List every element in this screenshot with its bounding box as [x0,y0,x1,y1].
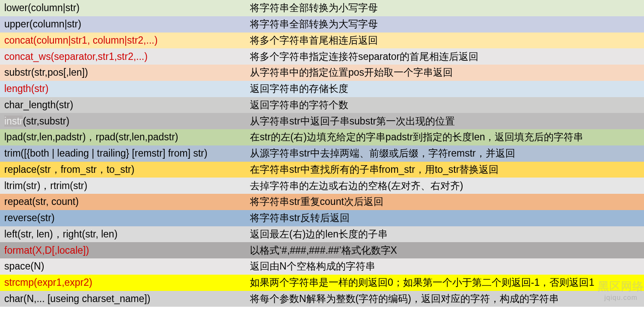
function-description: 如果两个字符串是一样的则返回0；如果第一个小于第二个则返回-1，否则返回1 [248,276,644,289]
function-description: 将多个字符串首尾相连后返回 [248,34,644,47]
function-signature: trim([{both | leading | trailing} [remst… [0,148,248,159]
function-signature: strcmp(expr1,expr2) [0,277,248,288]
function-description: 返回字符串的存储长度 [248,82,644,95]
function-signature: repeat(str, count) [0,196,248,207]
table-row: length(str)返回字符串的存储长度 [0,81,644,97]
function-description: 去掉字符串的左边或右边的空格(左对齐、右对齐) [248,179,644,193]
table-row: trim([{both | leading | trailing} [remst… [0,145,644,162]
table-row: upper(column|str)将字符串全部转换为大写字母 [0,16,644,33]
table-row: char(N,... [useing charset_name])将每个参数N解… [0,291,644,307]
function-signature: replace(str，from_str，to_str) [0,163,248,176]
function-signature: left(str, len)，right(str, len) [0,228,248,241]
function-description: 将字符串全部转换为小写字母 [248,1,644,15]
table-row: concat_ws(separator,str1,str2,...)将多个字符串… [0,48,644,65]
function-signature: concat_ws(separator,str1,str2,...) [0,51,248,62]
function-signature: char_length(str) [0,99,248,111]
function-description: 以格式‘#,###,###.##’格式化数字X [248,244,644,257]
function-signature: instr(str,substr) [0,116,248,127]
function-description: 从字符串中的指定位置pos开始取一个字串返回 [248,66,644,79]
function-description: 返回由N个空格构成的字符串 [248,260,644,273]
function-description: 将多个字符串指定连接符separator的首尾相连后返回 [248,50,644,63]
table-row: replace(str，from_str，to_str)在字符串str中查找所有… [0,162,644,178]
table-row: reverse(str)将字符串str反转后返回 [0,210,644,226]
table-row: format(X,D[,locale])以格式‘#,###,###.##’格式化… [0,242,644,258]
table-row: char_length(str)返回字符串的字符个数 [0,97,644,113]
function-description: 从源字符串str中去掉两端、前缀或后缀，字符remstr，并返回 [248,147,644,160]
function-description: 将字符串全部转换为大写字母 [248,18,644,31]
function-description: 返回字符串的字符个数 [248,98,644,112]
table-row: space(N)返回由N个空格构成的字符串 [0,258,644,275]
function-table: lower(column|str)将字符串全部转换为小写字母upper(colu… [0,0,644,307]
function-description: 将字符串str重复count次后返回 [248,195,644,208]
table-row: left(str, len)，right(str, len)返回最左(右)边的l… [0,226,644,243]
function-suffix: (str,substr) [23,116,69,127]
function-description: 返回最左(右)边的len长度的子串 [248,228,644,241]
function-signature: ltrim(str)，rtrim(str) [0,179,248,193]
function-description: 将字符串str反转后返回 [248,211,644,225]
table-row: concat(column|str1, column|str2,...)将多个字… [0,33,644,49]
function-signature: upper(column|str) [0,18,248,30]
table-row: ltrim(str)，rtrim(str)去掉字符串的左边或右边的空格(左对齐、… [0,178,644,194]
function-description: 在字符串str中查找所有的子串from_str，用to_str替换返回 [248,163,644,176]
function-signature: lower(column|str) [0,2,248,14]
highlighted-text: instr [4,116,23,127]
function-signature: space(N) [0,261,248,272]
function-signature: format(X,D[,locale]) [0,245,248,256]
function-signature: substr(str,pos[,len]) [0,67,248,78]
function-description: 从字符串str中返回子串substr第一次出现的位置 [248,115,644,128]
function-signature: reverse(str) [0,212,248,224]
function-description: 在str的左(右)边填充给定的字串padstr到指定的长度len，返回填充后的字… [248,130,644,144]
table-row: repeat(str, count)将字符串str重复count次后返回 [0,194,644,210]
function-signature: length(str) [0,83,248,95]
table-row: instr(str,substr)从字符串str中返回子串substr第一次出现… [0,113,644,129]
table-row: lower(column|str)将字符串全部转换为小写字母 [0,0,644,16]
function-signature: char(N,... [useing charset_name]) [0,293,248,305]
function-signature: concat(column|str1, column|str2,...) [0,35,248,46]
function-description: 将每个参数N解释为整数(字符的编码)，返回对应的字符，构成的字符串 [248,292,644,305]
table-row: lpad(str,len,padstr)，rpad(str,len,padstr… [0,129,644,145]
table-row: substr(str,pos[,len])从字符串中的指定位置pos开始取一个字… [0,65,644,81]
table-row: strcmp(expr1,expr2)如果两个字符串是一样的则返回0；如果第一个… [0,275,644,291]
function-signature: lpad(str,len,padstr)，rpad(str,len,padstr… [0,130,248,144]
